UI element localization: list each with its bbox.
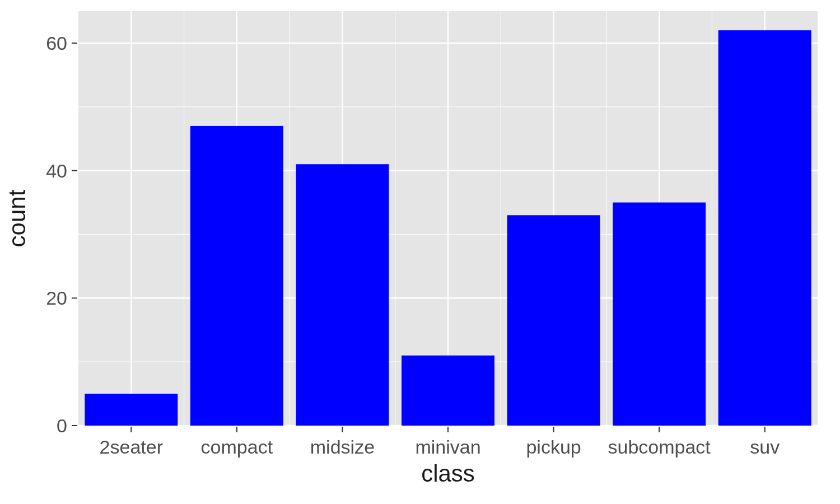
x-tick-label: 2seater xyxy=(100,436,163,458)
y-tick-label: 0 xyxy=(57,415,67,436)
x-tick-label: midsize xyxy=(310,436,375,458)
y-axis-title: count xyxy=(4,189,30,247)
bar-pickup xyxy=(507,215,600,426)
chart-svg: 02040602seatercompactmidsizeminivanpicku… xyxy=(0,0,840,504)
x-tick-label: subcompact xyxy=(608,436,711,458)
bar-minivan xyxy=(402,356,494,426)
y-tick-label: 20 xyxy=(46,287,67,309)
x-tick-label: pickup xyxy=(526,436,581,458)
bar-2seater xyxy=(85,394,178,426)
x-tick-label: minivan xyxy=(415,436,480,458)
bar-compact xyxy=(190,126,283,426)
x-tick-label: suv xyxy=(750,436,780,458)
bar-midsize xyxy=(296,164,389,426)
y-tick-label: 40 xyxy=(46,160,67,181)
y-tick-label: 60 xyxy=(46,32,67,54)
bar-subcompact xyxy=(613,203,706,426)
x-tick-label: compact xyxy=(201,436,273,458)
x-axis-title: class xyxy=(421,460,475,487)
bar-suv xyxy=(718,30,811,426)
bar-chart: 02040602seatercompactmidsizeminivanpicku… xyxy=(0,0,840,504)
